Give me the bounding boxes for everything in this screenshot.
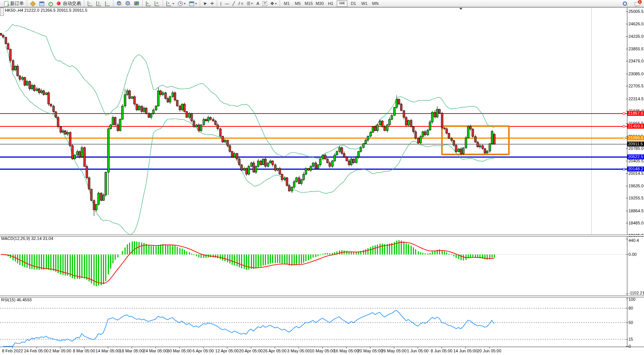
cursor-arrow-icon: ➤ — [203, 0, 208, 6]
dropdown-caret-icon: ▾ — [184, 2, 185, 5]
auto-scroll-button[interactable]: ▸ — [145, 0, 152, 6]
timeframe-button-h1[interactable]: H1 — [326, 1, 336, 6]
timeframe-button-m15[interactable]: M15 — [304, 1, 314, 6]
crosshair-button[interactable]: ✛ — [209, 0, 215, 6]
timeframe-button-m5[interactable]: M5 — [293, 1, 303, 6]
time-tick-label: 24 Mar 05:00 — [143, 349, 168, 353]
channel-letter: E — [241, 2, 243, 5]
panel-separator-macd[interactable] — [0, 235, 644, 237]
price-tick-label: 22705.5 — [628, 84, 644, 88]
timeframe-button-m30[interactable]: M30 — [315, 1, 325, 6]
time-tick-label: 16 May 05:00 — [334, 349, 359, 353]
toolbar-group-zoom: + − — [113, 0, 140, 6]
window-restore-chip[interactable] — [0, 8, 4, 16]
fibonacci-letter: F — [251, 2, 253, 5]
hline-price-label[interactable]: 21857.5 — [627, 111, 644, 116]
text-label-button[interactable]: T — [261, 0, 268, 6]
toolbar-group-services: 自动交易 — [27, 0, 82, 6]
zoom-out-icon: − — [125, 1, 131, 6]
line-chart-button[interactable]: ~ — [104, 0, 111, 6]
notifications-button[interactable]: 1 — [633, 1, 641, 7]
timeframe-button-m1[interactable]: M1 — [282, 1, 292, 6]
toolbar-group-chart-types: ⌐ ║ ~ — [84, 0, 111, 6]
auto-trading-button[interactable]: 自动交易 — [55, 0, 82, 6]
text-button[interactable]: A — [255, 0, 260, 6]
cursor-button[interactable]: ➤ — [202, 0, 208, 6]
toolbar-group-insert: +▾ ▾ ▾ — [163, 0, 198, 6]
price-tick-label: 24626.0 — [628, 22, 644, 26]
horizontal-line-button[interactable]: — — [224, 0, 230, 6]
candlestick-chart-button[interactable]: ║ — [95, 0, 103, 6]
trading-terminal-window: + 新订单 自动交易 ⌐ ║ ~ + − ▸ ✛ +▾ — [0, 0, 644, 355]
time-tick-label: 6 Apr 05:00 — [193, 349, 214, 353]
timeframe-button-d1[interactable]: D1 — [348, 1, 358, 6]
dropdown-caret-icon: ▾ — [195, 2, 197, 5]
hline-price-label[interactable]: 21099.8 — [627, 135, 644, 140]
market-watch-button[interactable] — [29, 0, 37, 6]
signals-icon — [48, 1, 53, 6]
data-window-button[interactable] — [38, 0, 45, 6]
line-chart-icon: ~ — [105, 1, 110, 6]
chart-shift-icon: ✛ — [154, 1, 160, 6]
new-order-button[interactable]: + 新订单 — [3, 0, 25, 6]
price-tick-label: 23476.0 — [628, 59, 644, 63]
toolbar-group-order: + 新订单 — [1, 0, 25, 6]
price-tick-label: 19255.5 — [628, 196, 644, 200]
bar-chart-button[interactable]: ⌐ — [86, 0, 94, 6]
price-tick-label: 25005.5 — [628, 9, 644, 14]
arrows-button[interactable]: ✥▾ — [269, 0, 278, 6]
chart-canvas[interactable] — [0, 0, 644, 355]
trendline-button[interactable]: ╱ — [231, 0, 236, 6]
templates-button[interactable]: ▾ — [188, 0, 198, 6]
time-tick-label: 26 Apr 05:00 — [263, 349, 286, 353]
rsi-axis-label: 15 — [628, 337, 633, 341]
time-tick-label: 20 May 05:00 — [358, 349, 383, 353]
timeframe-button-mn[interactable]: MN — [370, 1, 380, 6]
time-tick-label: 14 Mar 05:00 — [96, 349, 120, 353]
hline-price-label[interactable]: 20522.5 — [627, 154, 644, 159]
panel-separator-rsi[interactable] — [0, 296, 644, 297]
rsi-axis-label: 100 — [628, 297, 635, 302]
search-button[interactable] — [621, 1, 629, 7]
zoom-in-button[interactable]: + — [115, 0, 123, 6]
fibonacci-button[interactable]: ☰F — [246, 0, 254, 6]
vertical-line-button[interactable]: | — [219, 0, 222, 6]
market-watch-icon — [30, 1, 36, 6]
symbol-ohlc-label: HK50-,H4 21222.0 21266.5 20911.5 20911.5 — [5, 8, 87, 12]
time-tick-label: 2 Mar 05:00 — [49, 349, 72, 353]
price-tick-label: 18864.5 — [628, 209, 644, 213]
rsi-axis-label: 80 — [628, 306, 633, 310]
timeframe-button-w1[interactable]: W1 — [359, 1, 369, 6]
timeframe-button-h4[interactable]: H4 — [337, 0, 347, 7]
tile-windows-icon — [134, 1, 139, 6]
price-tick-label: 19635.0 — [628, 184, 644, 188]
indicators-button[interactable]: +▾ — [165, 0, 175, 6]
signals-button[interactable] — [47, 0, 54, 6]
zoom-out-button[interactable]: − — [124, 0, 132, 6]
text-label-icon: T — [263, 1, 267, 6]
time-tick-label: 1 Jun 05:00 — [407, 349, 429, 353]
search-icon — [622, 2, 628, 6]
hline-price-label[interactable]: 20148.2 — [627, 167, 644, 171]
toolbar-group-objects: | — ╱ ⫽E ☰F A T ✥▾ — [217, 0, 278, 6]
dropdown-caret-icon: ▾ — [173, 2, 174, 5]
equidistant-channel-button[interactable]: ⫽E — [237, 0, 244, 6]
time-tick-label: 14 Jun 05:00 — [453, 349, 478, 353]
periods-button[interactable]: ▾ — [176, 0, 187, 6]
indicators-icon: + — [166, 1, 171, 6]
macd-axis-label: 0.00 — [628, 252, 636, 257]
timeframe-group: M1M5M15M30H1H4D1W1MN — [280, 0, 380, 6]
rsi-indicator-label: RSI(15) 46.4593 — [1, 297, 32, 302]
time-tick-label: 8 Feb 2022 — [2, 349, 23, 353]
new-order-label: 新订单 — [10, 0, 24, 7]
time-tick-label: 10 May 05:00 — [310, 349, 335, 353]
hline-price-label[interactable]: 21459.6 — [627, 124, 644, 129]
price-tick-label: 20785.0 — [628, 146, 644, 151]
time-tick-label: 18 Mar 05:00 — [120, 349, 144, 353]
vertical-line-icon: | — [220, 1, 221, 6]
chart-shift-button[interactable]: ✛ — [153, 0, 161, 6]
notification-badge: 1 — [638, 0, 642, 4]
tile-windows-button[interactable] — [133, 0, 140, 6]
price-tick-label: 18485.0 — [628, 221, 644, 225]
hline-price-label[interactable]: 20911.5 — [627, 142, 644, 146]
